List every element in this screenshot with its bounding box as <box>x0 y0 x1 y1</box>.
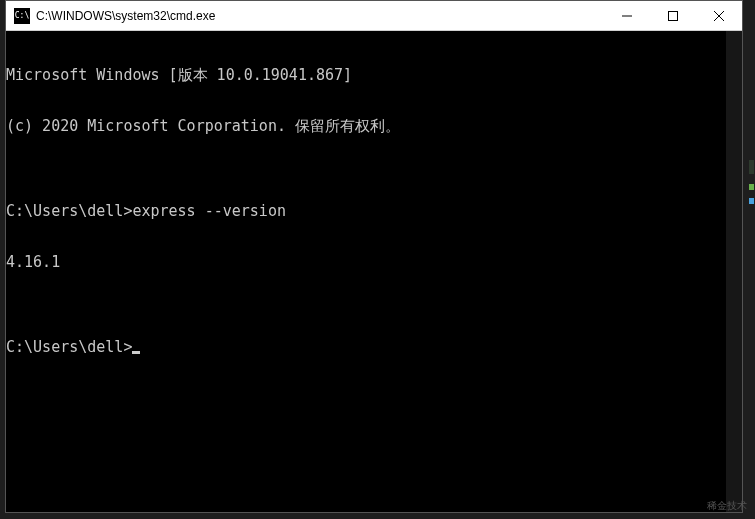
maximize-button[interactable] <box>650 1 696 30</box>
terminal-prompt: C:\Users\dell> <box>6 338 132 356</box>
minimize-button[interactable] <box>604 1 650 30</box>
terminal-line: Microsoft Windows [版本 10.0.19041.867] <box>6 67 742 84</box>
terminal-line: (c) 2020 Microsoft Corporation. 保留所有权利。 <box>6 118 742 135</box>
close-button[interactable] <box>696 1 742 30</box>
terminal-line: C:\Users\dell>express --version <box>6 203 742 220</box>
window-title: C:\WINDOWS\system32\cmd.exe <box>36 9 604 23</box>
cursor <box>132 351 140 354</box>
terminal-line: 4.16.1 <box>6 254 742 271</box>
window-controls <box>604 1 742 30</box>
svg-rect-1 <box>669 11 678 20</box>
vertical-scrollbar[interactable] <box>726 31 742 512</box>
titlebar[interactable]: C:\ C:\WINDOWS\system32\cmd.exe <box>6 1 742 31</box>
cmd-window: C:\ C:\WINDOWS\system32\cmd.exe Microsof… <box>5 0 743 513</box>
terminal-area[interactable]: Microsoft Windows [版本 10.0.19041.867] (c… <box>6 31 742 512</box>
terminal-prompt-line: C:\Users\dell> <box>6 339 742 356</box>
background-editor-strip <box>745 30 755 519</box>
cmd-icon: C:\ <box>14 8 30 24</box>
watermark: 稀金技术 <box>707 499 747 513</box>
